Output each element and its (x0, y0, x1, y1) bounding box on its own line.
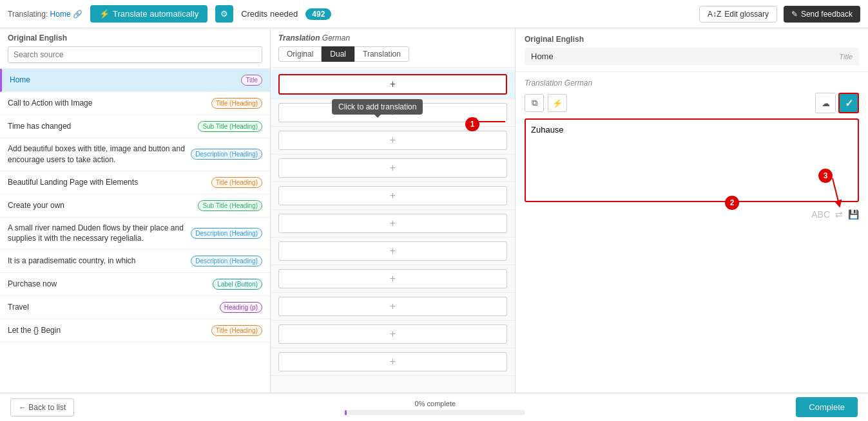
source-item-text: Let the {} Begin (8, 325, 211, 336)
source-item-text: Time has changed (8, 121, 198, 132)
source-item-tag: Description (Heading) (191, 256, 262, 267)
add-translation-button-normal[interactable]: + (278, 214, 507, 233)
search-input[interactable] (8, 46, 262, 63)
source-item[interactable]: HomeTitle (0, 69, 270, 92)
trans-item[interactable]: + (271, 321, 515, 348)
translate-auto-button[interactable]: ⚡ Translate automatically (90, 5, 207, 23)
translate-icon[interactable]: ⇄ (835, 209, 843, 220)
add-translation-button[interactable]: + (278, 74, 507, 95)
tooltip: Click to add translation (332, 99, 423, 115)
source-item[interactable]: A small river named Duden flows by their… (0, 218, 270, 250)
mid-panel: Translation German Original Dual Transla… (271, 28, 516, 393)
source-item[interactable]: Let the {} BeginTitle (Heading) (0, 319, 270, 342)
panels-wrapper: Original English HomeTitleCall to Action… (0, 28, 868, 393)
annotation-3: 3 (818, 169, 833, 183)
view-tabs: Original Dual Translation (278, 46, 507, 62)
left-panel-header: Original English (0, 28, 270, 69)
right-orig-value: Home Title (525, 48, 859, 65)
trans-item[interactable]: + (271, 293, 515, 321)
copy-button[interactable]: ⧉ (525, 94, 544, 112)
source-item-tag: Description (Heading) (191, 228, 262, 239)
source-item-tag: Title (Heading) (211, 325, 262, 336)
tab-translation[interactable]: Translation (354, 46, 409, 62)
auto-translate-button[interactable]: ⚡ (548, 94, 567, 112)
source-item-text: Call to Action with Image (8, 98, 211, 109)
upload-button[interactable]: ☁ (815, 93, 836, 113)
tab-dual[interactable]: Dual (322, 46, 354, 62)
source-item[interactable]: Beautiful Landing Page with ElementsTitl… (0, 171, 270, 194)
source-item-text: Travel (8, 302, 220, 313)
add-translation-button-normal[interactable]: + (278, 269, 507, 288)
send-feedback-button[interactable]: ✎ Send feedback (784, 6, 860, 23)
right-translation-section: Translation German ⧉ ⚡ ☁ (516, 72, 868, 393)
left-panel-title: Original English (8, 33, 262, 42)
source-item-tag: Title (Heading) (211, 98, 262, 109)
source-item[interactable]: Add beautiful boxes with title, image an… (0, 138, 270, 171)
check-icon: ✓ (845, 97, 853, 109)
trans-item[interactable]: + (271, 210, 515, 238)
trans-toolbar: ⧉ ⚡ ☁ ✓ (525, 93, 859, 113)
az-icon: A↕Z (708, 10, 721, 19)
annotation-1: 1 (465, 117, 479, 131)
source-item[interactable]: Call to Action with ImageTitle (Heading) (0, 92, 270, 115)
source-item-text: It is a paradisematic country, in which (8, 256, 191, 267)
trans-item[interactable]: + (271, 265, 515, 293)
source-item-text: A small river named Duden flows by their… (8, 223, 191, 245)
right-orig-header: Original English (525, 35, 859, 44)
source-item-tag: Title (241, 75, 262, 86)
trans-item[interactable]: + (271, 70, 515, 99)
gear-icon: ⚙ (220, 9, 228, 19)
add-translation-button-normal[interactable]: + (278, 186, 507, 205)
add-translation-button-normal[interactable]: + (278, 158, 507, 178)
source-item-text: Purchase now (8, 279, 213, 290)
mid-panel-header: Translation German Original Dual Transla… (271, 28, 515, 68)
pencil-icon: ✎ (791, 10, 798, 19)
right-original-section: Original English Home Title (516, 28, 868, 72)
credits-label: Credits needed (241, 9, 298, 19)
trans-toolbar-right: ☁ ✓ (815, 93, 859, 113)
trans-item[interactable]: + (271, 154, 515, 182)
right-trans-header: Translation German (525, 79, 859, 88)
source-item-tag: Sub Title (Heading) (198, 121, 262, 132)
confirm-button[interactable]: ✓ (838, 93, 859, 113)
add-translation-button-normal[interactable]: + (278, 324, 507, 344)
source-item-tag: Sub Title (Heading) (198, 200, 262, 211)
source-item-tag: Label (Button) (213, 279, 262, 290)
save-icon[interactable]: 💾 (848, 209, 859, 220)
spellcheck-icon[interactable]: ABC (811, 209, 830, 220)
trans-item[interactable]: + (271, 238, 515, 265)
source-item[interactable]: It is a paradisematic country, in whichD… (0, 250, 270, 273)
source-item[interactable]: Time has changedSub Title (Heading) (0, 115, 270, 138)
trans-item[interactable]: + (271, 127, 515, 154)
source-item-text: Create your own (8, 200, 198, 211)
trans-footer-icons: ABC ⇄ 💾 (525, 209, 859, 220)
source-item-tag: Heading (p) (220, 302, 262, 313)
left-panel: Original English HomeTitleCall to Action… (0, 28, 271, 393)
add-translation-button-normal[interactable]: + (278, 352, 507, 371)
translating-home-link[interactable]: Home (50, 10, 71, 19)
upload-icon: ☁ (822, 98, 830, 108)
source-item[interactable]: TravelHeading (p) (0, 296, 270, 319)
source-item[interactable]: Create your ownSub Title (Heading) (0, 194, 270, 218)
add-translation-button-normal[interactable]: + (278, 241, 507, 261)
source-item-tag: Description (Heading) (191, 149, 262, 160)
source-list: HomeTitleCall to Action with ImageTitle … (0, 69, 270, 393)
edit-glossary-button[interactable]: A↕Z Edit glossary (699, 6, 777, 23)
source-item-text: Add beautiful boxes with title, image an… (8, 144, 191, 165)
trans-item[interactable]: + (271, 348, 515, 376)
add-translation-button-normal[interactable]: + (278, 297, 507, 316)
topbar: Translating: Home 🔗 ⚡ Translate automati… (0, 0, 868, 28)
source-item-text: Home (10, 75, 241, 86)
settings-button[interactable]: ⚙ (215, 5, 233, 23)
trans-item[interactable]: + (271, 182, 515, 210)
translation-textarea[interactable] (525, 118, 859, 202)
source-item[interactable]: Purchase nowLabel (Button) (0, 273, 270, 296)
translating-label: Translating: Home 🔗 (8, 10, 82, 19)
credits-badge: 492 (305, 8, 331, 20)
right-panel: Original English Home Title 3 Translatio… (516, 28, 868, 393)
source-item-text: Beautiful Landing Page with Elements (8, 177, 211, 188)
lightning-icon-small: ⚡ (552, 98, 563, 108)
tab-original[interactable]: Original (278, 46, 322, 62)
right-orig-tag: Title (839, 53, 853, 61)
add-translation-button-normal[interactable]: + (278, 131, 507, 150)
